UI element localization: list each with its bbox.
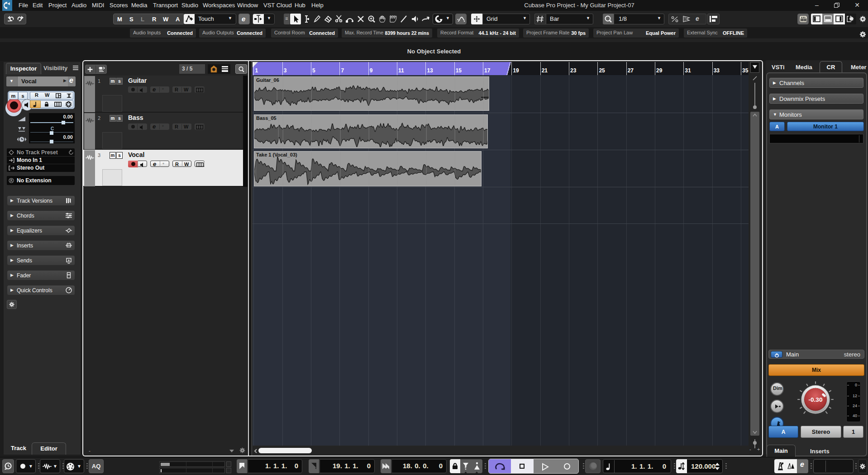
svg-text:-0.30: -0.30 [808,396,822,403]
